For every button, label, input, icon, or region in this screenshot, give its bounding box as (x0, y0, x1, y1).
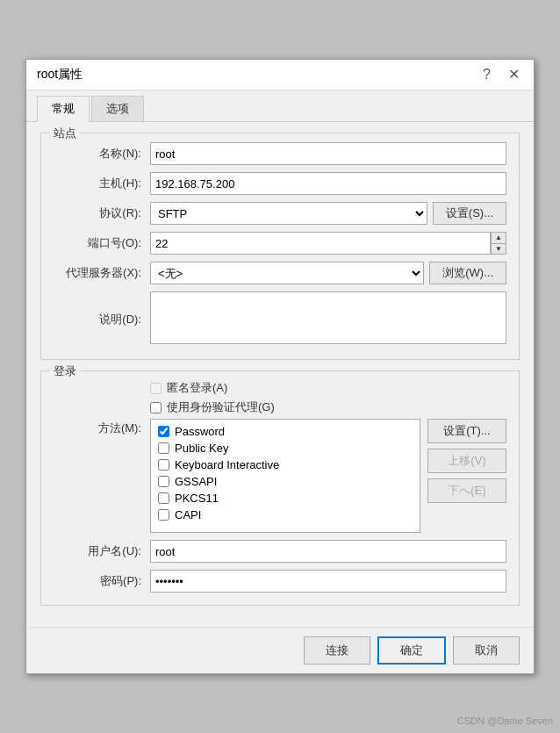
tab-general[interactable]: 常规 (37, 96, 90, 122)
method-label-pkcs11: PKCS11 (175, 492, 219, 505)
help-button[interactable]: ? (483, 67, 491, 83)
method-item-gssapi: GSSAPI (158, 475, 413, 488)
bottom-bar: 连接 确定 取消 (26, 627, 534, 673)
username-input[interactable] (150, 540, 506, 563)
proxy-select[interactable]: <无> (150, 262, 424, 284)
host-control (150, 172, 506, 195)
auth-proxy-checkbox[interactable] (150, 402, 162, 413)
method-checkbox-keyboard[interactable] (158, 459, 169, 471)
port-wrap: ▲ ▼ (150, 232, 506, 255)
tab-options[interactable]: 选项 (91, 96, 144, 121)
method-checkbox-pkcs11[interactable] (158, 492, 169, 504)
password-label: 密码(P): (54, 573, 150, 589)
username-control (150, 540, 506, 563)
host-input[interactable] (150, 172, 506, 195)
anon-checkbox-row: 匿名登录(A) (150, 380, 506, 396)
login-section: 登录 匿名登录(A) 使用身份验证代理(G) 方法(M): (40, 370, 520, 606)
auth-proxy-label: 使用身份验证代理(G) (167, 399, 275, 415)
proxy-control: <无> 浏览(W)... (150, 262, 506, 284)
method-item-pkcs11: PKCS11 (158, 492, 413, 505)
settings-button[interactable]: 设置(S)... (433, 202, 506, 225)
method-label-password: Password (175, 425, 225, 438)
browse-button[interactable]: 浏览(W)... (429, 262, 506, 284)
site-section: 站点 名称(N): 主机(H): 协议(R): (40, 133, 520, 360)
dialog-title: root属性 (37, 67, 83, 83)
dialog: root属性 ? ✕ 常规 选项 站点 名称(N): 主 (25, 59, 535, 674)
port-control: ▲ ▼ (150, 232, 506, 255)
method-down-button[interactable]: 下へ(E) (427, 478, 506, 503)
port-row: 端口号(O): ▲ ▼ (54, 232, 506, 255)
port-down-button[interactable]: ▼ (491, 243, 506, 255)
title-bar: root属性 ? ✕ (26, 60, 534, 90)
anon-row: 匿名登录(A) 使用身份验证代理(G) (150, 380, 506, 415)
proxy-select-wrap: <无> 浏览(W)... (150, 262, 506, 284)
method-list: Password Public Key Keyboard Interactive (150, 419, 420, 533)
method-row: 方法(M): Password Public Key (54, 419, 506, 533)
username-row: 用户名(U): (54, 540, 506, 563)
method-label-capi: CAPI (175, 508, 201, 521)
method-label-keyboard: Keyboard Interactive (175, 458, 279, 471)
cancel-button[interactable]: 取消 (453, 636, 520, 665)
method-item-publickey: Public Key (158, 442, 413, 455)
password-control (150, 570, 506, 593)
protocol-row: 协议(R): SFTP FTP SCP 设置(S)... (54, 202, 506, 225)
protocol-select-wrap: SFTP FTP SCP 设置(S)... (150, 202, 506, 225)
method-item-password: Password (158, 425, 413, 438)
method-checkbox-capi[interactable] (158, 509, 169, 521)
name-row: 名称(N): (54, 142, 506, 165)
proxy-row: 代理服务器(X): <无> 浏览(W)... (54, 262, 506, 284)
auth-proxy-row: 使用身份验证代理(G) (150, 399, 506, 415)
method-area: Password Public Key Keyboard Interactive (150, 419, 506, 533)
watermark: CSDN @Dame Seven (457, 715, 553, 726)
host-row: 主机(H): (54, 172, 506, 195)
password-row: 密码(P): (54, 570, 506, 593)
desc-textarea[interactable] (150, 291, 506, 344)
close-button[interactable]: ✕ (505, 67, 523, 83)
method-label-publickey: Public Key (175, 442, 228, 455)
protocol-control: SFTP FTP SCP 设置(S)... (150, 202, 506, 225)
anon-checkbox[interactable] (150, 383, 162, 394)
desc-label: 说明(D): (54, 312, 150, 327)
tab-bar: 常规 选项 (26, 90, 534, 122)
method-settings-button[interactable]: 设置(T)... (427, 419, 506, 443)
method-label: 方法(M): (54, 419, 150, 436)
method-label-gssapi: GSSAPI (175, 475, 217, 488)
password-input[interactable] (150, 570, 506, 593)
method-checkbox-publickey[interactable] (158, 442, 169, 454)
title-controls: ? ✕ (483, 67, 523, 83)
port-spinner: ▲ ▼ (491, 232, 506, 255)
protocol-label: 协议(R): (54, 205, 150, 221)
protocol-select[interactable]: SFTP FTP SCP (150, 202, 427, 225)
method-item-keyboard: Keyboard Interactive (158, 458, 413, 471)
name-control (150, 142, 506, 165)
proxy-label: 代理服务器(X): (54, 265, 150, 281)
connect-button[interactable]: 连接 (304, 636, 370, 665)
username-label: 用户名(U): (54, 543, 150, 559)
method-checkbox-password[interactable] (158, 426, 169, 437)
login-section-label: 登录 (50, 363, 80, 379)
ok-button[interactable]: 确定 (377, 636, 446, 665)
desc-row: 说明(D): (54, 291, 506, 347)
method-item-capi: CAPI (158, 508, 413, 521)
tab-content: 站点 名称(N): 主机(H): 协议(R): (26, 122, 534, 627)
method-checkbox-gssapi[interactable] (158, 476, 169, 487)
site-section-label: 站点 (50, 126, 80, 141)
port-input[interactable] (150, 232, 491, 255)
port-label: 端口号(O): (54, 235, 150, 251)
port-up-button[interactable]: ▲ (491, 232, 506, 243)
host-label: 主机(H): (54, 176, 150, 191)
anon-label: 匿名登录(A) (167, 380, 227, 396)
name-input[interactable] (150, 142, 506, 165)
method-buttons: 设置(T)... 上移(V) 下へ(E) (427, 419, 506, 533)
name-label: 名称(N): (54, 146, 150, 162)
method-control: Password Public Key Keyboard Interactive (150, 419, 506, 533)
desc-control (150, 291, 506, 347)
method-up-button[interactable]: 上移(V) (427, 449, 506, 473)
